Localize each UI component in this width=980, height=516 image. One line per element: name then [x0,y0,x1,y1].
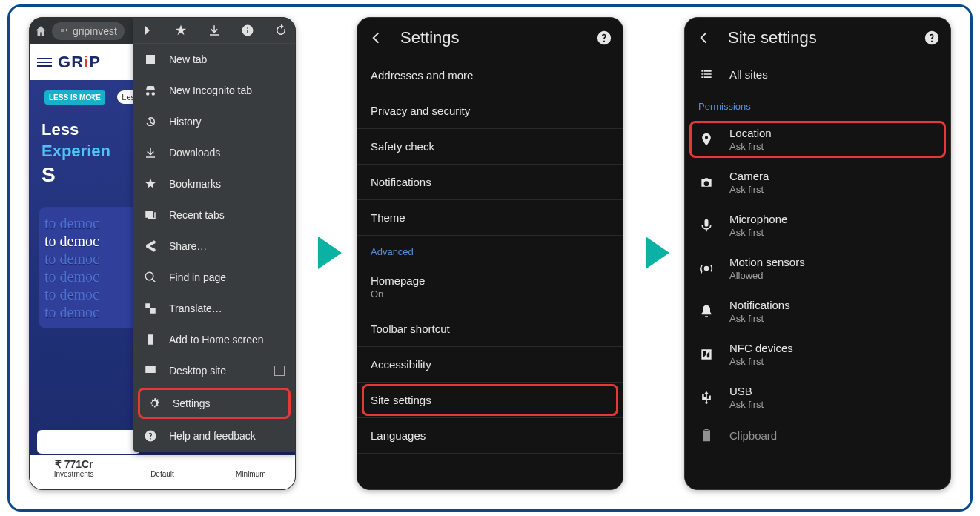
translate-icon [144,302,157,315]
page-title: Site settings [728,28,907,47]
row-notifications[interactable]: Notifications [357,165,623,200]
find-icon [144,271,157,284]
row-nfc[interactable]: NFC devicesAsk first [685,333,950,376]
star-icon[interactable] [174,24,188,37]
home-icon[interactable] [34,24,47,38]
stats-bar: ₹ 771CrInvestments Default Minimum [30,455,295,489]
download-icon [144,146,157,159]
history-icon [144,115,157,128]
forward-icon[interactable] [141,24,154,37]
page-title: Settings [400,28,580,47]
menu-toolbar-row [133,18,295,44]
row-addresses[interactable]: Addresses and more [357,58,623,93]
row-homepage[interactable]: Homepage On [357,263,623,311]
desktop-site-checkbox[interactable] [274,366,285,376]
plus-box-icon [144,53,157,66]
clipboard-icon [698,428,715,443]
add-home-icon [144,333,157,346]
site-settings-icon [59,27,68,36]
row-safety[interactable]: Safety check [357,129,623,165]
menu-downloads[interactable]: Downloads [133,137,295,168]
site-search-input[interactable] [37,430,141,454]
phone-screen-2: Settings Addresses and more Privacy and … [357,17,623,490]
back-icon[interactable] [368,30,384,46]
settings-header: Settings [357,18,623,58]
nfc-icon [698,347,715,362]
list-icon [698,67,715,82]
row-privacy[interactable]: Privacy and security [357,93,623,129]
menu-new-tab[interactable]: New tab [133,44,295,75]
camera-icon [698,175,715,190]
desktop-icon [144,364,157,377]
menu-history[interactable]: History [133,106,295,137]
menu-add-home[interactable]: Add to Home screen [133,324,295,355]
url-text: gripinvest [73,25,117,37]
menu-help[interactable]: Help and feedback [133,420,295,452]
row-usb[interactable]: USBAsk first [685,376,950,419]
promo-badge: LESS IS MO₹E [44,90,105,105]
section-advanced: Advanced [357,236,623,263]
phone-screen-3: Site settings All sites Permissions Loca… [684,17,951,490]
help-icon[interactable] [596,30,612,46]
hamburger-icon[interactable] [37,56,52,69]
menu-bookmarks[interactable]: Bookmarks [133,168,295,199]
help-icon [144,429,157,443]
motion-icon [698,261,715,276]
row-location[interactable]: LocationAsk first [685,118,950,161]
download-icon[interactable] [208,24,221,37]
bell-icon [698,304,715,319]
microphone-icon [698,218,715,233]
step-arrow-1 [318,236,342,269]
row-microphone[interactable]: MicrophoneAsk first [685,204,950,247]
site-logo[interactable]: GRiP [58,53,101,72]
recent-tabs-icon [144,208,157,222]
menu-recent-tabs[interactable]: Recent tabs [133,199,295,231]
info-icon[interactable] [241,24,254,37]
menu-share[interactable]: Share… [133,231,295,262]
row-toolbar-shortcut[interactable]: Toolbar shortcut [357,311,623,347]
menu-incognito[interactable]: New Incognito tab [133,75,295,106]
usb-icon [698,390,715,405]
share-icon [144,239,157,253]
tutorial-frame: gripinvest GRiP LESS IS MO₹E Less m Less… [7,4,973,512]
row-notifications[interactable]: NotificationsAsk first [685,290,950,333]
row-all-sites[interactable]: All sites [685,58,950,90]
phone-screen-1: gripinvest GRiP LESS IS MO₹E Less m Less… [29,17,296,490]
row-site-settings[interactable]: Site settings [357,383,623,418]
menu-settings[interactable]: Settings [138,388,291,419]
row-clipboard[interactable]: Clipboard [685,419,950,452]
back-icon[interactable] [695,30,712,46]
row-accessibility[interactable]: Accessibility [357,347,623,383]
star-icon [144,177,157,191]
row-languages[interactable]: Languages [357,418,623,454]
site-settings-header: Site settings [685,18,950,58]
browser-overflow-menu: New tab New Incognito tab History Downlo… [133,18,295,452]
menu-find[interactable]: Find in page [133,262,295,293]
gear-icon [148,397,161,410]
row-motion-sensors[interactable]: Motion sensorsAllowed [685,247,950,290]
row-theme[interactable]: Theme [357,200,623,236]
step-arrow-2 [646,236,669,269]
menu-translate[interactable]: Translate… [133,293,295,324]
section-permissions: Permissions [685,90,950,118]
location-icon [698,132,715,147]
refresh-icon[interactable] [274,24,288,37]
row-camera[interactable]: CameraAsk first [685,161,950,204]
incognito-icon [144,84,157,97]
help-icon[interactable] [924,30,940,46]
menu-desktop-site[interactable]: Desktop site [133,355,295,386]
stat-amount: ₹ 771Cr [31,458,116,470]
address-bar[interactable]: gripinvest [52,22,125,40]
